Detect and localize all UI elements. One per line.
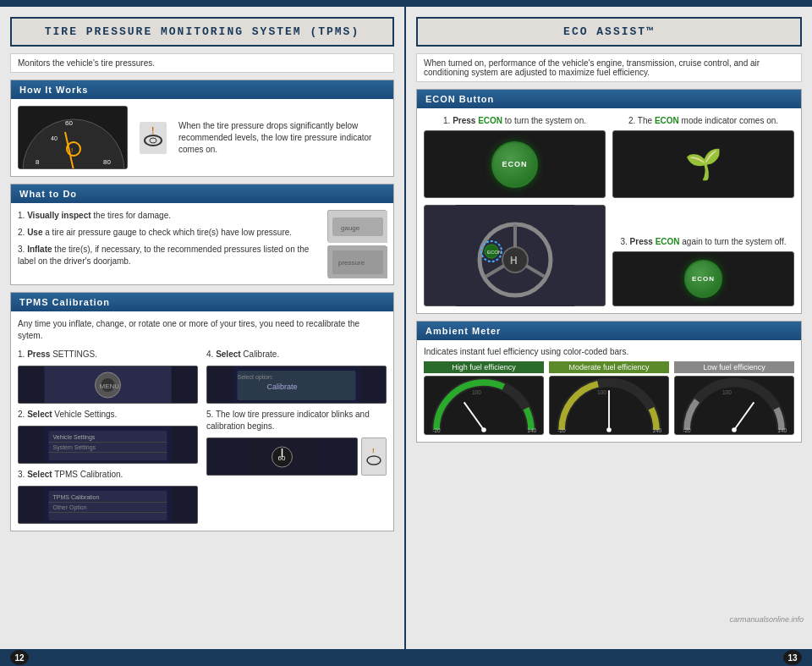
econ-display-2: 🌱 (612, 130, 794, 198)
calib-step2-img: Vehicle Settings System Settings (18, 426, 198, 464)
econ-off-button: ECON (684, 260, 722, 298)
econ-steering-area: H ECON (424, 205, 606, 306)
what-to-do-section: What to Do 1. Visually inspect the tires… (10, 184, 394, 285)
svg-text:100: 100 (597, 389, 606, 395)
how-works-description: When the tire pressure drops significant… (178, 120, 387, 156)
moderate-efficiency-label: Moderate fuel efficiency (549, 361, 669, 373)
tpms-calibration-section: TPMS Calibration Any time you inflate, c… (10, 292, 394, 531)
right-panel: ECO ASSIST™ When turned on, performance … (406, 7, 812, 649)
calib-step5-imgs: 60 ! (206, 438, 387, 476)
svg-text:ECON: ECON (487, 250, 502, 255)
left-panel: TIRE PRESSURE MONITORING SYSTEM (TPMS) M… (0, 7, 406, 649)
how-works-header: How It Works (11, 80, 393, 99)
svg-text:!: ! (71, 146, 73, 154)
high-efficiency-gauge: -20 140 100 (424, 376, 544, 435)
svg-text:!: ! (372, 447, 375, 454)
svg-text:H: H (510, 255, 518, 267)
low-efficiency-label: Low fuel efficiency (674, 361, 794, 373)
svg-text:Vehicle Settings: Vehicle Settings (53, 434, 96, 441)
high-efficiency-label: High fuel efficiency (424, 361, 544, 373)
svg-text:Select option:: Select option: (238, 374, 273, 381)
svg-text:gauge: gauge (341, 224, 360, 232)
todo-list: 1. Visually inspect the tires for damage… (18, 210, 321, 278)
econ-leaf-icon: 🌱 (685, 147, 722, 182)
svg-text:-20: -20 (683, 427, 691, 433)
svg-text:100: 100 (472, 389, 481, 395)
page-num-left: 12 (10, 650, 29, 665)
econ-item1-text: 1. Press ECON to turn the system on. (424, 115, 606, 127)
svg-text:!: ! (151, 126, 154, 135)
econ-item2-text: 2. The ECON mode indicator comes on. (612, 115, 794, 127)
todo-step1: 1. Visually inspect the tires for damage… (18, 210, 321, 222)
todo-img-1: gauge (327, 210, 387, 242)
calib-col-left: 1. Press SETTINGS. MENU 2. Select Veh (18, 349, 198, 524)
tpms-calib-body: Any time you inflate, change, or rotate … (11, 311, 393, 531)
how-it-works-section: How It Works 8 60 80 40 (10, 80, 394, 177)
todo-images: gauge pressure (327, 210, 387, 278)
todo-img-2: pressure (327, 245, 387, 278)
low-efficiency-gauge: -20 140 100 (674, 376, 794, 435)
eco-title: ECO ASSIST™ (416, 17, 802, 47)
econ-button-display: ECON (491, 141, 538, 188)
svg-text:MENU: MENU (100, 383, 120, 390)
tpms-calib-header: TPMS Calibration (11, 293, 393, 311)
top-bar (0, 0, 812, 7)
econ-item3-text: 3. Press ECON again to turn the system o… (612, 236, 794, 248)
svg-text:System Settings: System Settings (53, 444, 96, 451)
econ-display-1: ECON (424, 130, 606, 198)
svg-rect-26 (49, 442, 167, 443)
how-works-body: 8 60 80 40 ! (11, 99, 393, 176)
svg-rect-32 (49, 502, 167, 503)
calib-step3-text: 3. Select TPMS Calibration. (18, 469, 198, 481)
econ-display-3: ECON (612, 251, 794, 306)
tpms-title: TIRE PRESSURE MONITORING SYSTEM (TPMS) (10, 17, 394, 47)
what-todo-body: 1. Visually inspect the tires for damage… (11, 203, 393, 284)
calib-step4-img: Calibrate Select option: (206, 366, 387, 404)
ambient-meter-header: Ambient Meter (417, 322, 801, 340)
svg-text:TPMS Calibration: TPMS Calibration (53, 494, 100, 500)
svg-text:60: 60 (65, 119, 73, 127)
gauge-image: 8 60 80 40 ! (18, 106, 128, 169)
calib-step5-icon: ! (361, 438, 387, 476)
low-efficiency-item: Low fuel efficiency -20 140 (674, 361, 794, 435)
svg-text:140: 140 (652, 427, 661, 433)
svg-text:pressure: pressure (338, 259, 365, 267)
econ-item3: 3. Press ECON again to turn the system o… (612, 205, 794, 306)
calib-step3-img: TPMS Calibration Other Option (18, 486, 198, 524)
svg-text:-20: -20 (557, 427, 566, 433)
econ-button-body: 1. Press ECON to turn the system on. ECO… (417, 108, 801, 313)
econ-item1: 1. Press ECON to turn the system on. ECO… (424, 115, 606, 198)
svg-text:8: 8 (36, 158, 40, 166)
page-numbers-bar: 12 13 (0, 649, 812, 666)
svg-rect-34 (49, 512, 167, 513)
svg-text:140: 140 (527, 427, 536, 433)
eco-subtitle: When turned on, performance of the vehic… (416, 53, 802, 82)
econ-item2: 2. The ECON mode indicator comes on. 🌱 (612, 115, 794, 198)
todo-step2: 2. Use a tire air pressure gauge to chec… (18, 227, 321, 239)
ambient-meter-body: Indicates instant fuel efficiency using … (417, 340, 801, 442)
calib-step5-text: 5. The low tire pressure indicator blink… (206, 409, 387, 432)
high-efficiency-item: High fuel efficiency -20 140 (424, 361, 544, 435)
ambient-intro-text: Indicates instant fuel efficiency using … (424, 347, 794, 356)
calib-step2-text: 2. Select Vehicle Settings. (18, 409, 198, 421)
econ-button-header: ECON Button (417, 90, 801, 108)
svg-rect-28 (49, 452, 167, 453)
what-todo-header: What to Do (11, 184, 393, 203)
moderate-efficiency-gauge: -20 140 100 (549, 376, 669, 435)
svg-text:-20: -20 (432, 427, 441, 433)
svg-text:100: 100 (722, 389, 732, 395)
svg-text:40: 40 (51, 135, 58, 141)
calib-col-right: 4. Select Calibrate. Calibrate Select op… (206, 349, 387, 524)
tpms-subtitle: Monitors the vehicle's tire pressures. (10, 53, 394, 73)
ambient-gauges-row: High fuel efficiency -20 140 (424, 361, 794, 435)
calib-step1-text: 1. Press SETTINGS. (18, 349, 198, 361)
page-num-right: 13 (783, 650, 802, 665)
svg-text:Other Option: Other Option (53, 504, 87, 511)
steering-wheel-img: H ECON (424, 205, 606, 306)
calib-intro: Any time you inflate, change, or rotate … (18, 318, 387, 342)
ambient-meter-section: Ambient Meter Indicates instant fuel eff… (416, 321, 802, 443)
todo-step3: 3. Inflate the tire(s), if necessary, to… (18, 244, 321, 267)
watermark: carmanualsonline.info (729, 615, 804, 624)
moderate-efficiency-item: Moderate fuel efficiency -20 140 (549, 361, 669, 435)
calib-step1-img: MENU (18, 366, 198, 404)
